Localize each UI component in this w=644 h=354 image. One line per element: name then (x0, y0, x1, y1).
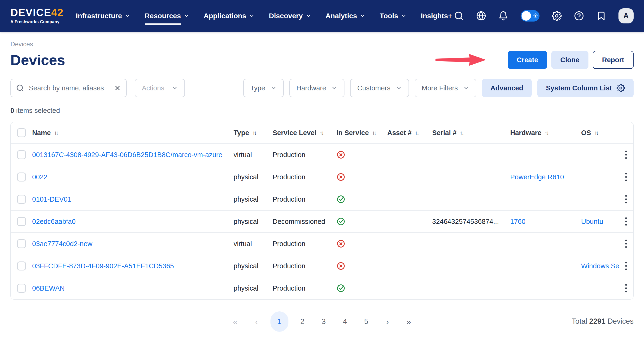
main-nav: Infrastructure Resources Applications Di… (76, 12, 452, 20)
in-service-icon (336, 173, 385, 181)
row-menu-kebab[interactable] (619, 283, 633, 293)
table-footer: « ‹ 1 2 3 4 5 › » Total 2291 Devices (10, 311, 634, 335)
page-button-1[interactable]: 1 (270, 311, 288, 332)
chevron-down-icon (396, 85, 402, 91)
column-header-in-service[interactable]: In Service (336, 129, 387, 137)
page-button-2[interactable]: 2 (295, 311, 310, 332)
row-menu-kebab[interactable] (619, 239, 633, 248)
device-type: physical (234, 218, 272, 225)
sort-icon[interactable] (545, 129, 549, 136)
breadcrumb[interactable]: Devices (10, 41, 634, 48)
in-service-icon (336, 261, 385, 270)
hardware-link[interactable]: PowerEdge R610 (510, 173, 564, 181)
device-name-link[interactable]: 06BEWAN (32, 284, 65, 292)
row-select-cell (11, 239, 32, 248)
nav-item-tools[interactable]: Tools (380, 12, 407, 20)
chevron-down-icon (184, 13, 189, 19)
nav-item-insights[interactable]: Insights+ (421, 12, 452, 20)
globe-icon[interactable] (476, 11, 486, 21)
in-service-icon (336, 195, 385, 204)
toolbar: Actions Type Hardware Customers More Fil… (10, 79, 634, 97)
os-link[interactable]: Windows Se (581, 262, 619, 270)
search-icon[interactable] (454, 11, 464, 21)
column-header-name[interactable]: Name (32, 129, 234, 137)
sort-icon[interactable] (460, 129, 464, 136)
sort-icon[interactable] (415, 129, 420, 136)
row-checkbox[interactable] (17, 173, 26, 181)
hardware-filter-dropdown[interactable]: Hardware (289, 79, 345, 97)
more-filters-dropdown[interactable]: More Filters (415, 79, 476, 97)
page-button-3[interactable]: 3 (316, 311, 331, 332)
column-header-serial[interactable]: Serial # (432, 129, 510, 137)
device-name-link[interactable]: 0101-DEV01 (32, 195, 72, 203)
device42-logo[interactable]: DEVICE42 A Freshworks Company (10, 7, 64, 24)
actions-dropdown[interactable]: Actions (135, 79, 185, 97)
device-name-link[interactable]: 0022 (32, 173, 48, 181)
bookmark-icon[interactable] (596, 11, 606, 21)
device-name-link[interactable]: 02edc6aabfa0 (32, 218, 76, 225)
row-checkbox[interactable] (17, 150, 26, 159)
table-row: 0022 physical Production PowerEdge R610 (11, 166, 633, 188)
column-header-type[interactable]: Type (234, 129, 272, 137)
device-name-link[interactable]: 03ae7774c0d2-new (32, 240, 92, 247)
next-page-button[interactable]: › (380, 311, 395, 332)
row-menu-kebab[interactable] (619, 217, 633, 226)
select-all-checkbox[interactable] (17, 128, 26, 137)
chevron-down-icon (172, 85, 178, 91)
device-name-link[interactable]: 03FFCDFE-873D-4F09-902E-A51EF1CD5365 (32, 262, 174, 270)
user-avatar[interactable]: A (618, 8, 634, 24)
row-checkbox[interactable] (17, 284, 26, 293)
sort-icon[interactable] (594, 129, 599, 136)
row-menu-kebab[interactable] (619, 194, 633, 204)
chevron-down-icon (306, 13, 311, 19)
nav-item-applications[interactable]: Applications (204, 12, 254, 20)
column-header-hardware[interactable]: Hardware (510, 129, 581, 137)
search-input[interactable] (28, 84, 110, 92)
chevron-down-icon (125, 13, 130, 19)
nav-item-analytics[interactable]: Analytics (326, 12, 366, 20)
nav-item-infrastructure[interactable]: Infrastructure (76, 12, 130, 20)
sort-icon[interactable] (54, 129, 59, 136)
row-checkbox[interactable] (17, 195, 26, 204)
pagination: « ‹ 1 2 3 4 5 › » (228, 311, 416, 332)
nav-item-discovery[interactable]: Discovery (269, 12, 311, 20)
first-page-button[interactable]: « (228, 311, 242, 332)
gear-icon (616, 84, 625, 92)
row-menu-kebab[interactable] (619, 172, 633, 182)
column-header-os[interactable]: OS (581, 129, 619, 137)
search-box (10, 79, 127, 97)
device-name-link[interactable]: 0013167C-4308-4929-AF43-06D6B25D1B8C/mar… (32, 151, 222, 159)
row-menu-kebab[interactable] (619, 150, 633, 160)
page-button-4[interactable]: 4 (338, 311, 352, 332)
help-icon[interactable] (574, 11, 584, 21)
device-type: physical (234, 262, 272, 270)
row-checkbox[interactable] (17, 261, 26, 270)
clear-search-icon[interactable] (114, 85, 121, 92)
row-checkbox[interactable] (17, 239, 26, 248)
system-column-list-button[interactable]: System Column List (538, 79, 634, 97)
customers-filter-dropdown[interactable]: Customers (350, 79, 409, 97)
row-select-cell (11, 150, 32, 159)
sort-icon[interactable] (320, 129, 324, 136)
clone-button[interactable]: Clone (551, 51, 588, 69)
column-header-asset[interactable]: Asset # (387, 129, 432, 137)
advanced-button[interactable]: Advanced (482, 79, 532, 97)
chevron-down-icon (249, 13, 254, 19)
theme-toggle[interactable] (520, 10, 540, 22)
row-checkbox[interactable] (17, 217, 26, 226)
nav-item-resources[interactable]: Resources (145, 12, 189, 20)
create-button[interactable]: Create (508, 51, 547, 69)
type-filter-dropdown[interactable]: Type (243, 79, 284, 97)
report-button[interactable]: Report (593, 51, 634, 69)
sort-icon[interactable] (252, 129, 257, 136)
page-button-5[interactable]: 5 (359, 311, 374, 332)
bell-icon[interactable] (498, 11, 508, 21)
last-page-button[interactable]: » (402, 311, 416, 332)
sort-icon[interactable] (372, 129, 376, 136)
gear-icon[interactable] (552, 11, 562, 21)
hardware-link[interactable]: 1760 (510, 218, 526, 225)
row-menu-kebab[interactable] (619, 261, 633, 271)
column-header-service-level[interactable]: Service Level (272, 129, 336, 137)
prev-page-button[interactable]: ‹ (249, 311, 264, 332)
os-link[interactable]: Ubuntu (581, 218, 603, 225)
